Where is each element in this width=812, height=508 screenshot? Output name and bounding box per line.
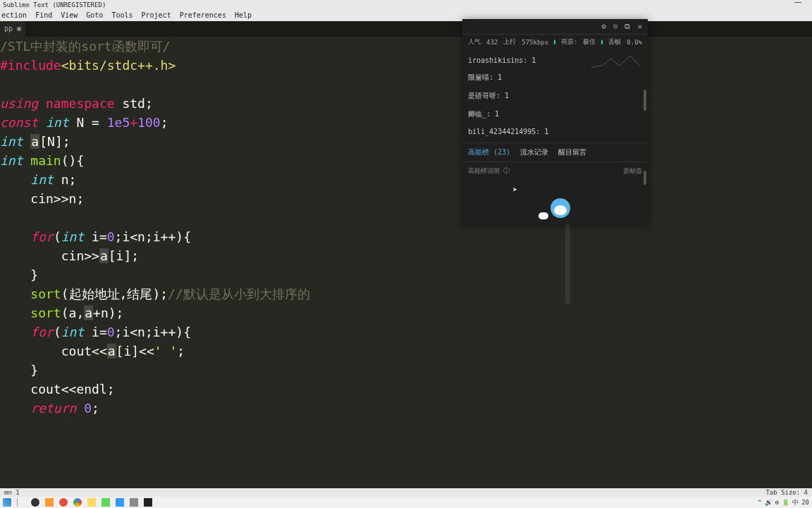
- code-int: int: [0, 153, 23, 168]
- tab-bar: pp: [0, 21, 812, 37]
- code-0: 0: [107, 229, 115, 244]
- overlay-stats: 人气 432 上行 575kbps 画质:极佳 丢帧 0.0%: [462, 35, 648, 49]
- menu-goto[interactable]: Goto: [86, 10, 103, 21]
- code-0: 0: [107, 325, 115, 339]
- menu-selection[interactable]: ection: [1, 10, 27, 21]
- code-for: for: [30, 325, 54, 339]
- app-icon[interactable]: [116, 498, 124, 507]
- code-plusn: +n);: [93, 306, 123, 320]
- menubar: ection Find View Goto Tools Project Pref…: [0, 10, 812, 21]
- ime-indicator[interactable]: 中: [792, 498, 799, 507]
- code-brace: }: [30, 267, 38, 282]
- code-char: ' ': [154, 344, 178, 358]
- start-icon[interactable]: [3, 498, 11, 507]
- user-row[interactable]: 限量喵: 1: [468, 68, 642, 87]
- code-a-hl: a: [99, 248, 109, 263]
- code-rest: ;i<n;i++){: [115, 325, 191, 339]
- code-a-hl: a: [30, 134, 39, 149]
- code-const: const: [0, 115, 38, 130]
- close-icon[interactable]: ✕: [637, 22, 642, 31]
- window-titlebar: Sublime Text (UNREGISTERED): [0, 0, 812, 10]
- code-sort: sort: [30, 306, 61, 320]
- stat-pop-value: 432: [486, 39, 498, 46]
- menu-tools[interactable]: Tools: [111, 10, 133, 21]
- tab-log[interactable]: 流水记录: [520, 147, 548, 157]
- tab-superchat[interactable]: 醒目留言: [558, 147, 586, 157]
- stat-up-value: 575kbps: [522, 39, 548, 46]
- overlay-chart: [591, 53, 641, 70]
- code-1e5: 1e5: [107, 115, 130, 130]
- app-icon[interactable]: [87, 498, 96, 507]
- app-icon[interactable]: [130, 498, 138, 507]
- code-brace: }: [30, 363, 38, 377]
- wifi-icon[interactable]: ⚙: [775, 499, 779, 506]
- menu-project[interactable]: Project: [142, 10, 171, 21]
- code-comment2: //默认是从小到大排序的: [168, 286, 310, 301]
- overlay-scrollbar[interactable]: [644, 171, 646, 185]
- ranking-help[interactable]: 高能榜说明 ⓘ: [468, 167, 510, 176]
- menu-preferences[interactable]: Preferences: [180, 10, 226, 21]
- divider-icon: [17, 498, 25, 507]
- status-left[interactable]: mn 1: [4, 488, 20, 497]
- code-semi: ;: [177, 344, 185, 358]
- chevron-up-icon[interactable]: ^: [758, 499, 761, 506]
- app-icon[interactable]: [102, 498, 110, 507]
- code-a-hl: a: [107, 344, 116, 358]
- gear-icon[interactable]: ⚙: [601, 22, 606, 31]
- status-bar: mn 1 Tab Size: 4: [0, 488, 812, 497]
- user-row[interactable]: 卿临_: 1: [468, 105, 642, 123]
- app-icon[interactable]: [59, 498, 68, 507]
- code-editor[interactable]: /STL中封装的sort函数即可/ #include<bits/stdc++.h…: [0, 37, 812, 488]
- menu-find[interactable]: Find: [35, 10, 52, 21]
- app-icon[interactable]: [45, 498, 54, 507]
- app-icon[interactable]: [73, 498, 82, 507]
- tab-ranking[interactable]: 高能榜 (23): [468, 147, 510, 157]
- code-for: for: [30, 229, 54, 244]
- pop-icon[interactable]: ⧉: [625, 22, 630, 31]
- status-tabsize[interactable]: Tab Size: 4: [765, 488, 808, 497]
- tab-label: pp: [4, 25, 13, 32]
- menu-view[interactable]: View: [61, 10, 78, 21]
- code-plus: +: [130, 115, 137, 130]
- app-icon[interactable]: [31, 498, 39, 507]
- code-sortargs2: (a,: [61, 306, 85, 320]
- battery-icon[interactable]: 🔋: [782, 499, 789, 506]
- lock-icon[interactable]: ⎋: [613, 22, 618, 31]
- code-i: i=: [84, 229, 107, 244]
- code-idx: [i];: [109, 248, 139, 263]
- code-int: int: [46, 115, 69, 130]
- user-row[interactable]: bili_42344214995: 1: [468, 123, 642, 140]
- code-include: #include: [0, 58, 61, 73]
- user-row[interactable]: 是骄哥呀: 1: [468, 87, 642, 105]
- stat-drop-value: 0.0%: [627, 39, 642, 46]
- overlay-header: ⚙ ⎋ ⧉ ✕: [462, 19, 648, 35]
- code-using: using: [0, 96, 38, 111]
- code-a-hl: a: [84, 306, 93, 320]
- mascot-avatar[interactable]: [546, 195, 575, 225]
- stat-drop-label: 丢帧: [608, 37, 621, 47]
- code-header: <bits/stdc++.h>: [61, 58, 176, 73]
- modified-icon: [17, 27, 21, 31]
- code-sort: sort: [30, 286, 61, 301]
- overlay-scrollbar[interactable]: [644, 90, 646, 111]
- code-cin: cin>>n;: [30, 191, 84, 206]
- code-comment: /STL中封装的sort函数即可/: [0, 39, 171, 54]
- code-n: n;: [61, 172, 77, 187]
- code-int: int: [61, 229, 85, 244]
- file-tab[interactable]: pp: [0, 21, 25, 37]
- code-return: return: [30, 401, 76, 416]
- window-title: Sublime Text (UNREGISTERED): [3, 1, 106, 8]
- minimize-icon[interactable]: [794, 1, 801, 3]
- code-idx: [i]<<: [116, 344, 154, 358]
- menu-help[interactable]: Help: [235, 10, 252, 21]
- system-tray[interactable]: ^ 🔊 ⚙ 🔋 中 20: [758, 498, 809, 507]
- clock[interactable]: 20: [801, 499, 809, 506]
- stat-q-label: 画质:: [561, 37, 577, 47]
- stat-up-label: 上行: [503, 37, 516, 47]
- code-rest: ;i<n;i++){: [115, 229, 191, 244]
- status-dot-icon: [554, 40, 555, 44]
- speaker-icon[interactable]: 🔊: [765, 499, 773, 506]
- code-N: N: [76, 115, 84, 130]
- app-icon[interactable]: [144, 498, 152, 507]
- code-ns: namespace: [46, 96, 115, 111]
